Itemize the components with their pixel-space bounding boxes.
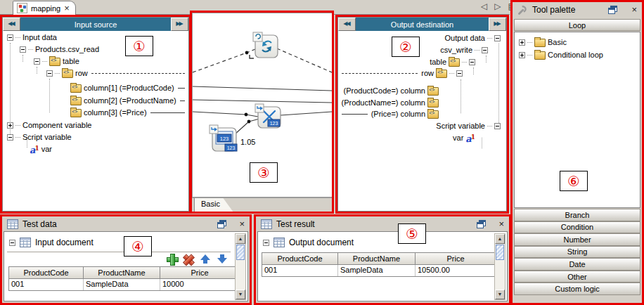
tab-basic[interactable]: Basic [194, 198, 233, 212]
close-icon[interactable]: × [498, 220, 504, 228]
collapse-toggle[interactable] [7, 34, 13, 41]
output-document-row[interactable]: Output document [263, 238, 354, 247]
tree-item-productcode-column[interactable]: (ProductCode=) column <> [340, 85, 505, 96]
palette-item-basic[interactable]: Basic [519, 37, 567, 48]
input-document-row[interactable]: Input document [9, 238, 94, 247]
vertical-scrollbar[interactable]: ▲ ▼ [494, 233, 505, 300]
folder-icon: <> [70, 109, 82, 117]
close-icon[interactable]: × [64, 4, 70, 13]
delete-row-icon[interactable] [181, 252, 196, 266]
tree-item-csv-read[interactable]: Products.csv_read [20, 44, 186, 55]
cell-productcode: 001 [262, 265, 338, 276]
scroll-up-button[interactable]: ▲ [495, 234, 505, 244]
nav-forward-icon[interactable]: ▷ [494, 1, 501, 11]
multiply-node[interactable]: 123 [255, 104, 281, 128]
collapse-toggle[interactable] [469, 59, 475, 65]
cell-price: 10500.00 [416, 265, 496, 276]
expand-toggle[interactable] [519, 39, 525, 46]
tree-item-var[interactable]: a1 var [30, 143, 186, 155]
restore-icon[interactable] [477, 220, 486, 228]
tree-item-row[interactable]: <> row [46, 67, 186, 79]
tree-connector [527, 42, 532, 43]
tree-item-csv-write[interactable]: csv_write [340, 44, 505, 56]
palette-section-number[interactable]: Number [514, 233, 640, 246]
restore-icon[interactable] [217, 220, 226, 228]
scroll-up-button[interactable]: ▲ [236, 234, 245, 244]
collapse-toggle[interactable] [9, 240, 15, 246]
restore-icon[interactable] [608, 6, 617, 14]
palette-section-loop[interactable]: Loop [514, 19, 640, 31]
collapse-toggle[interactable] [263, 240, 269, 246]
tree-item-script-variable[interactable]: Script variable [7, 131, 186, 143]
cell-productcode[interactable]: 001 [9, 279, 84, 290]
tree-item-component-variable[interactable]: Component variable [7, 119, 186, 131]
close-icon[interactable]: × [239, 220, 245, 228]
tree-connector [475, 50, 479, 51]
collapse-toggle[interactable] [494, 123, 501, 129]
expand-toggle[interactable] [519, 52, 525, 58]
palette-item-conditional-loop[interactable]: Conditional loop [519, 49, 603, 60]
tree-item-column2[interactable]: <> column[2] (=ProductName) [70, 95, 186, 106]
table-row[interactable]: 001 SampleData 10000 [9, 279, 239, 290]
palette-section-branch[interactable]: Branch [514, 209, 640, 221]
tree-connector [42, 61, 47, 62]
scroll-down-button[interactable]: ▼ [236, 290, 245, 299]
scroll-thumb[interactable] [236, 245, 245, 260]
tool-palette-panel: Tool palette × Loop Basic Conditional lo… [513, 1, 642, 303]
nav-back-icon[interactable]: ◁ [481, 1, 487, 11]
separator [7, 252, 231, 252]
svg-text:123: 123 [220, 136, 229, 142]
tree-item-label: table [63, 57, 79, 65]
vertical-scrollbar[interactable]: ▲ ▼ [235, 233, 246, 300]
junction-dot[interactable] [247, 120, 251, 124]
tree-item-output-data[interactable]: Output data [340, 32, 505, 44]
number-constant-node[interactable]: 123 123 [210, 125, 237, 151]
tree-item-row[interactable]: row <> [340, 67, 505, 79]
junction-dot[interactable] [245, 51, 249, 55]
collapse-toggle[interactable] [20, 46, 26, 53]
expand-all-button[interactable]: ▶▶ [171, 18, 188, 31]
cell-productname[interactable]: SampleData [84, 279, 160, 290]
tree-item-var[interactable]: var a1 [340, 132, 505, 143]
collapse-toggle[interactable] [482, 47, 488, 53]
tree-item-table[interactable]: <> table [34, 56, 186, 67]
collapse-toggle[interactable] [456, 70, 463, 77]
tree-item-productname-column[interactable]: (ProductName=) column <> [340, 97, 505, 108]
palette-section-string[interactable]: String [514, 246, 640, 259]
collapse-toggle[interactable] [34, 58, 40, 65]
loop-node[interactable] [253, 32, 278, 58]
junction-dot[interactable] [245, 113, 248, 117]
collapse-toggle[interactable] [7, 134, 13, 141]
scroll-down-button[interactable]: ▼ [495, 290, 505, 299]
expand-toggle[interactable] [7, 122, 13, 129]
tree-item-label: Input data [22, 33, 57, 41]
tree-item-input-data[interactable]: Input data [7, 32, 186, 43]
expand-all-button[interactable]: ▶▶ [489, 18, 506, 31]
mapper-window: mapping × ◁ ▷ ▤ ◀◀ Input source ▶▶ Input… [0, 0, 644, 305]
tree-item-table[interactable]: table <> [340, 56, 505, 67]
palette-section-other[interactable]: Other [514, 271, 640, 283]
tree-item-column3[interactable]: <> column[3] (=Price) [70, 107, 186, 118]
scroll-thumb[interactable] [496, 245, 504, 260]
tree-item-label: var [453, 134, 463, 142]
palette-section-custom-logic[interactable]: Custom logic [514, 283, 640, 295]
tree-item-price-column[interactable]: (Price=) column <> [340, 108, 505, 119]
column-header: ProductCode [9, 267, 84, 279]
collapse-toggle[interactable] [494, 35, 501, 41]
palette-section-date[interactable]: Date [514, 258, 640, 271]
folder-icon: <> [427, 99, 439, 108]
move-up-icon[interactable] [200, 254, 211, 264]
collapse-toggle[interactable] [46, 70, 53, 77]
tree-connector [462, 62, 467, 63]
cell-price[interactable]: 10000 [160, 279, 239, 290]
tab-mapping[interactable]: mapping × [13, 1, 76, 15]
move-down-icon[interactable] [217, 254, 228, 264]
folder-icon: <> [49, 58, 60, 66]
add-row-icon[interactable] [167, 254, 177, 264]
close-icon[interactable]: × [631, 6, 637, 14]
collapse-all-button[interactable]: ◀◀ [3, 18, 20, 31]
collapse-all-button[interactable]: ◀◀ [338, 18, 356, 31]
palette-section-condition[interactable]: Condition [514, 221, 640, 234]
tree-item-column1[interactable]: <> column[1] (=ProductCode) [70, 82, 186, 93]
tree-item-script-variable[interactable]: Script variable [340, 120, 505, 131]
